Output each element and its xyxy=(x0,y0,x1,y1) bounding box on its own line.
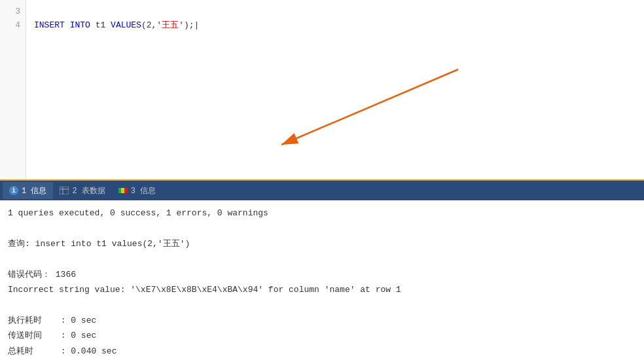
transfer-value: : 0 sec xyxy=(61,331,97,340)
table-icon xyxy=(60,186,69,195)
code-content[interactable]: INSERT INTO t1 VALUES(2,'王五'); xyxy=(26,0,644,179)
transfer-line: 传送时间 : 0 sec xyxy=(8,328,636,343)
line-num-3: 3 xyxy=(0,5,26,19)
main-container: 3 4 INSERT INTO t1 VALUES(2,'王五'); i 1 信… xyxy=(0,0,644,364)
query-value: insert into t1 values(2,'王五') xyxy=(35,239,190,249)
tab-info-label: 1 信息 xyxy=(22,185,46,196)
value-2: '王五' xyxy=(156,20,184,30)
svg-rect-0 xyxy=(60,187,69,194)
blank-line-1 xyxy=(8,221,636,236)
exec-time-spacer xyxy=(47,316,56,325)
value-1: 2 xyxy=(147,20,152,30)
total-line: 总耗时 : 0.040 sec xyxy=(8,344,636,359)
error-code-line: 错误代码： 1366 xyxy=(8,267,636,282)
error-msg-line: Incorrect string value: '\xE7\x8E\x8B\xE… xyxy=(8,282,636,297)
total-spacer xyxy=(39,346,56,356)
tab-bar: i 1 信息 2 表数据 3 信息 xyxy=(0,181,644,200)
transfer-spacer xyxy=(47,331,56,340)
tab-info[interactable]: i 1 信息 xyxy=(3,182,53,199)
blank-line-2 xyxy=(8,251,636,266)
tab-table[interactable]: 2 表数据 xyxy=(53,182,111,199)
code-line-4[interactable]: INSERT INTO t1 VALUES(2,'王五'); xyxy=(34,19,636,33)
line-num-4: 4 xyxy=(0,19,26,33)
output-area: 1 queries executed, 0 success, 1 errors,… xyxy=(0,200,644,364)
keyword-insert: INSERT xyxy=(34,20,65,30)
transfer-label: 传送时间 xyxy=(8,331,42,340)
keyword-values: VALUES xyxy=(111,20,141,30)
exec-time-label: 执行耗时 xyxy=(8,316,42,325)
error-code-label: 错误代码： xyxy=(8,270,50,280)
red-square xyxy=(124,188,128,193)
keyword-into: INTO xyxy=(70,20,90,30)
tab-msg-label: 3 信息 xyxy=(131,185,156,196)
msg-icon xyxy=(118,186,128,195)
summary-line: 1 queries executed, 0 success, 1 errors,… xyxy=(8,206,636,221)
total-value: : 0.040 sec xyxy=(61,346,117,356)
query-line: 查询: insert into t1 values(2,'王五') xyxy=(8,236,636,251)
blank-line-3 xyxy=(8,297,636,312)
code-editor: 3 4 INSERT INTO t1 VALUES(2,'王五'); xyxy=(0,0,644,179)
info-icon: i xyxy=(9,186,18,195)
query-label: 查询: xyxy=(8,239,30,249)
tab-msg[interactable]: 3 信息 xyxy=(112,182,162,199)
error-code-number: 1366 xyxy=(56,270,76,280)
bottom-panel: i 1 信息 2 表数据 3 信息 xyxy=(0,179,644,364)
cursor xyxy=(194,20,200,30)
tab-table-label: 2 表数据 xyxy=(72,185,105,196)
exec-time-value: : 0 sec xyxy=(61,316,97,325)
table-name: t1 xyxy=(96,20,106,30)
line-numbers: 3 4 xyxy=(0,0,26,179)
total-label: 总耗时 xyxy=(8,346,33,356)
code-line-3 xyxy=(34,5,636,19)
exec-time-line: 执行耗时 : 0 sec xyxy=(8,313,636,328)
